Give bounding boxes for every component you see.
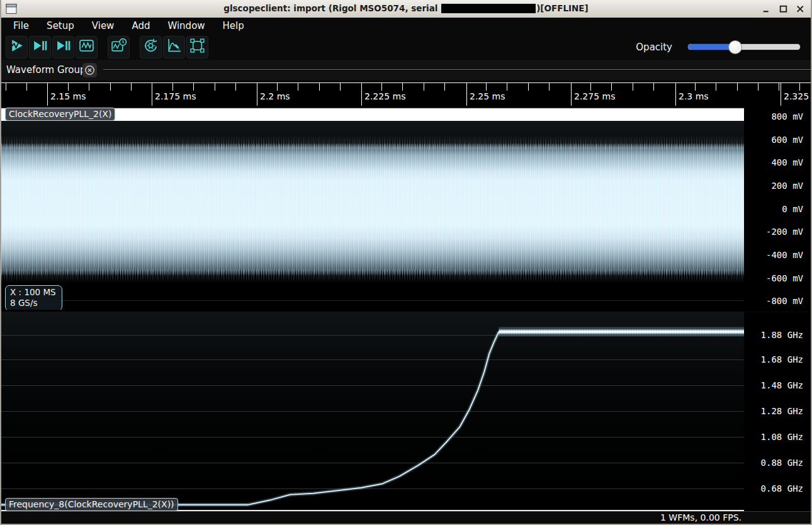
toolbar-group [6,36,98,59]
stop-icon [78,37,95,57]
tabbar-separator [103,69,811,71]
minor-tick [486,82,487,91]
major-tick [571,82,572,106]
statusbar: 1 WFMs, 0.00 FPS. [1,511,811,524]
minimize-button[interactable] [761,4,772,14]
minor-tick [653,82,654,91]
minor-tick [193,82,194,91]
y-tick-label: 400 mV [771,157,803,167]
minor-tick [235,82,236,91]
minor-tick [549,82,550,91]
tabbar: Waveform Group 2 [1,60,811,81]
menu-window[interactable]: Window [163,19,209,33]
timeline-ruler[interactable]: 2.15 ms2.175 ms2.2 ms2.225 ms2.25 ms2.27… [1,81,811,107]
stop-button[interactable] [76,36,98,59]
major-tick [466,82,467,106]
minor-tick [68,82,69,91]
waveform-view-clockrecoverypll[interactable]: ClockRecoveryPLL_2(X) X : 100 MS 8 GS/s [1,107,744,310]
menu-view[interactable]: View [87,19,119,33]
minor-tick [381,82,382,91]
y-tick-label: 200 mV [771,181,803,191]
waveform-view-frequency[interactable]: Frequency_8(ClockRecoveryPLL_2(X)) [1,312,744,511]
sample-depth: X : 100 MS [10,287,56,298]
major-tick [361,82,362,106]
y-tick-label: 1.48 GHz [761,380,803,390]
y-tick-label: 0 mV [782,204,803,214]
minor-tick [172,82,173,91]
major-tick [781,82,781,106]
opacity-label: Opacity [636,42,672,53]
minor-tick [340,82,341,91]
menu-file[interactable]: File [9,19,33,33]
channel-label-chip[interactable]: ClockRecoveryPLL_2(X) [5,108,115,121]
ruler-time-label: 2.225 ms [364,91,405,101]
maximize-button[interactable] [778,4,789,14]
y-tick-label: 1.88 GHz [761,330,803,340]
titlebar[interactable]: glscopeclient: import (Rigol MSO5074, se… [1,0,811,18]
toolbar-group [140,36,208,59]
y-tick-label: -600 mV [766,273,803,283]
sample-info-box: X : 100 MS 8 GS/s [5,285,62,310]
minor-tick [402,82,403,91]
major-tick [675,82,676,106]
toolbar-buttons [6,36,218,59]
toolbar: Opacity [1,34,811,60]
ruler-time-label: 2.3 ms [679,91,709,101]
minor-tick [131,82,132,91]
fullscreen-button[interactable] [186,36,208,59]
tab-close-button[interactable] [82,63,97,77]
y-tick-label: 800 mV [771,111,803,121]
ruler-time-label: 2.175 ms [155,91,196,101]
minor-tick [298,82,298,91]
single-trigger-button[interactable] [29,36,51,59]
force-trigger-button[interactable] [52,36,74,59]
refresh-settings-button[interactable] [140,36,162,59]
history-button[interactable] [108,36,130,59]
menu-help[interactable]: Help [218,19,249,33]
menu-setup[interactable]: Setup [42,19,79,33]
circle-x-icon [84,64,96,76]
channel-label-chip[interactable]: Frequency_8(ClockRecoveryPLL_2(X)) [5,498,178,511]
history-icon [110,37,127,57]
menubar: FileSetupViewAddWindowHelp [1,18,811,34]
play-icon [8,37,25,57]
frequency-curve [1,312,744,511]
y-axis-2[interactable]: 1.88 GHz1.68 GHz1.48 GHz1.28 GHz1.08 GHz… [744,312,811,512]
view-separator-line [52,300,744,301]
filter-graph-button[interactable] [163,36,185,59]
opacity-slider-handle[interactable] [728,40,742,54]
ruler-time-label: 2.325 ms [784,91,811,101]
redacted-serial [441,4,536,13]
major-tick [47,82,48,106]
window-icon[interactable] [5,3,18,15]
toolbar-group [108,36,130,59]
y-tick-label: 0.68 GHz [761,483,803,494]
minor-tick [26,82,27,91]
tab-waveform-group-2[interactable]: Waveform Group 2 [6,64,95,76]
play-button[interactable] [6,36,28,59]
minor-tick [528,82,529,91]
ruler-time-label: 2.25 ms [470,91,505,101]
minor-tick [779,82,779,91]
statusbar-text: 1 WFMs, 0.00 FPS. [660,512,742,522]
filter-graph-icon [166,37,183,57]
opacity-slider[interactable] [687,43,801,50]
minor-tick [6,82,6,91]
y-tick-label: -200 mV [766,227,803,237]
curve-core [1,332,499,505]
minor-tick [590,82,591,91]
menu-add[interactable]: Add [127,19,154,33]
y-tick-label: -400 mV [766,250,803,260]
y-tick-label: -800 mV [766,296,803,306]
window-title: glscopeclient: import (Rigol MSO5074, se… [1,3,811,14]
close-button[interactable] [795,4,806,14]
force-trigger-icon [55,37,72,57]
minor-tick [110,82,111,91]
curve-glow [1,332,499,505]
major-tick [152,82,152,106]
single-trigger-icon [31,37,48,57]
minor-tick [695,82,696,91]
y-axis-1[interactable]: 800 mV600 mV400 mV200 mV0 mV-200 mV-400 … [744,107,811,312]
ruler-time-label: 2.275 ms [574,91,615,101]
y-tick-label: 600 mV [771,135,803,145]
